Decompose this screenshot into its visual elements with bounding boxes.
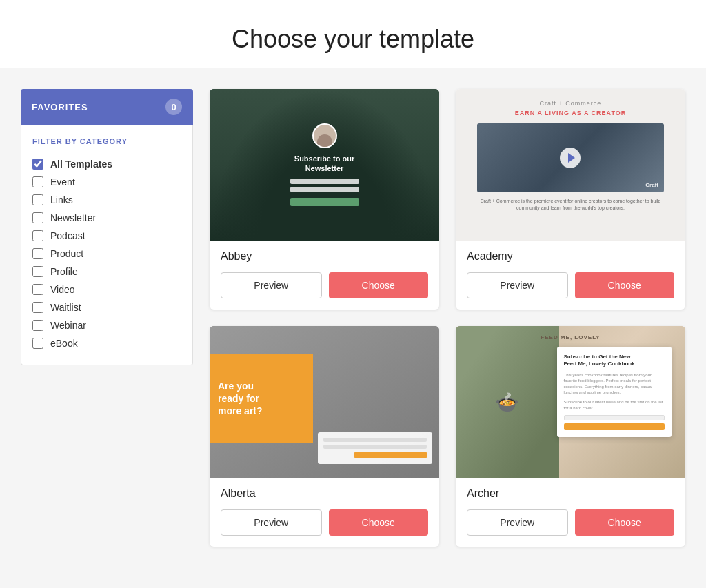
play-icon: [568, 153, 575, 163]
alberta-form: [318, 432, 433, 464]
filter-label-profile[interactable]: Profile: [50, 266, 78, 277]
filter-label-links[interactable]: Links: [50, 194, 73, 205]
template-actions-abbey: Preview Choose: [210, 272, 439, 310]
filter-label-event[interactable]: Event: [50, 176, 75, 187]
template-thumbnail-alberta: Are youready formore art?: [210, 326, 439, 478]
academy-headline: EARN A LIVING AS A CREATOR: [515, 110, 627, 116]
filter-checkbox-newsletter[interactable]: [32, 212, 43, 223]
favorites-bar: FAVORITES 0: [21, 89, 193, 125]
filter-section: FILTER BY CATEGORY All Templates Event L…: [21, 125, 193, 365]
filter-item-product[interactable]: Product: [32, 245, 181, 263]
filter-label-webinar[interactable]: Webinar: [50, 320, 86, 331]
template-name-alberta: Alberta: [221, 487, 428, 500]
template-actions-academy: Preview Choose: [456, 272, 685, 310]
archer-modal-title: Subscribe to Get the NewFeed Me, Lovely …: [564, 354, 665, 368]
filter-label-podcast[interactable]: Podcast: [50, 230, 85, 241]
page-header: Choose your template: [0, 0, 706, 68]
template-name-academy: Academy: [467, 250, 674, 263]
filter-label-waitlist[interactable]: Waitlist: [50, 302, 81, 313]
filter-checkbox-video[interactable]: [32, 284, 43, 295]
choose-button-alberta[interactable]: Choose: [329, 509, 429, 536]
filter-checkbox-links[interactable]: [32, 194, 43, 205]
abbey-content: Subscribe to ourNewsletter: [290, 123, 359, 207]
alberta-orange-panel: Are youready formore art?: [210, 354, 313, 443]
alberta-form-btn: [354, 452, 427, 458]
preview-button-archer[interactable]: Preview: [467, 509, 568, 536]
alberta-panel-text: Are youready formore art?: [218, 380, 263, 418]
preview-button-alberta[interactable]: Preview: [221, 509, 322, 536]
filter-item-links[interactable]: Links: [32, 191, 181, 209]
filter-checkbox-profile[interactable]: [32, 266, 43, 277]
archer-food-image: 🍲: [456, 326, 559, 478]
filter-item-video[interactable]: Video: [32, 281, 181, 298]
page-wrapper: Choose your template FAVORITES 0 FILTER …: [0, 0, 706, 588]
abbey-avatar: [312, 123, 337, 148]
abbey-field-name: [290, 179, 359, 184]
choose-button-abbey[interactable]: Choose: [329, 272, 429, 298]
template-actions-alberta: Preview Choose: [210, 509, 439, 547]
filter-label-all[interactable]: All Templates: [50, 159, 112, 170]
template-thumbnail-academy: Craft + Commerce EARN A LIVING AS A CREA…: [456, 89, 685, 241]
archer-modal: Subscribe to Get the NewFeed Me, Lovely …: [557, 347, 672, 437]
filter-checkbox-event[interactable]: [32, 176, 43, 187]
academy-desc: Craft + Commerce is the premiere event f…: [477, 198, 664, 212]
choose-button-academy[interactable]: Choose: [575, 272, 675, 298]
preview-button-academy[interactable]: Preview: [467, 272, 568, 298]
filter-item-newsletter[interactable]: Newsletter: [32, 209, 181, 227]
template-card-abbey: Subscribe to ourNewsletter Abbey Preview…: [210, 89, 439, 310]
filter-checkbox-webinar[interactable]: [32, 320, 43, 331]
filter-label-video[interactable]: Video: [50, 284, 75, 295]
template-thumbnail-abbey: Subscribe to ourNewsletter: [210, 89, 439, 241]
preview-button-abbey[interactable]: Preview: [221, 272, 322, 298]
archer-modal-subtext: Subscribe to our latest issue and be the…: [564, 399, 665, 411]
choose-button-archer[interactable]: Choose: [575, 509, 675, 536]
favorites-label: FAVORITES: [32, 102, 88, 112]
main-content: FAVORITES 0 FILTER BY CATEGORY All Templ…: [0, 68, 706, 567]
filter-item-event[interactable]: Event: [32, 173, 181, 191]
archer-email-field: [564, 415, 665, 420]
alberta-form-line-1: [323, 438, 427, 442]
filter-label-newsletter[interactable]: Newsletter: [50, 212, 96, 223]
filter-checkbox-product[interactable]: [32, 248, 43, 259]
filter-item-waitlist[interactable]: Waitlist: [32, 298, 181, 316]
filter-item-ebook[interactable]: eBook: [32, 334, 181, 352]
template-actions-archer: Preview Choose: [456, 509, 685, 547]
alberta-form-line-2: [323, 445, 427, 449]
archer-modal-text: This year's cookbook features recipes fr…: [564, 372, 665, 396]
sidebar: FAVORITES 0 FILTER BY CATEGORY All Templ…: [21, 89, 193, 547]
template-name-archer: Archer: [467, 487, 674, 500]
filter-item-podcast[interactable]: Podcast: [32, 227, 181, 245]
abbey-field-email: [290, 187, 359, 192]
filter-checkbox-ebook[interactable]: [32, 338, 43, 349]
filter-item-all[interactable]: All Templates: [32, 155, 181, 173]
templates-grid: Subscribe to ourNewsletter Abbey Preview…: [210, 89, 685, 547]
academy-logo-overlay: Craft: [645, 182, 658, 188]
filter-checkbox-waitlist[interactable]: [32, 302, 43, 313]
abbey-fields: [290, 179, 359, 206]
filter-label-product[interactable]: Product: [50, 248, 83, 259]
filter-item-webinar[interactable]: Webinar: [32, 316, 181, 334]
page-title: Choose your template: [0, 25, 706, 54]
abbey-submit-btn: [290, 198, 359, 206]
template-info-archer: Archer: [456, 478, 685, 509]
template-card-academy: Craft + Commerce EARN A LIVING AS A CREA…: [456, 89, 685, 310]
favorites-count: 0: [165, 99, 182, 115]
template-card-archer: 🍲 FEED ME, LOVELY Subscribe to Get the N…: [456, 326, 685, 547]
academy-logo: Craft + Commerce: [540, 100, 602, 107]
archer-header-text: FEED ME, LOVELY: [541, 334, 600, 341]
filter-checkbox-all[interactable]: [32, 159, 43, 170]
abbey-heading: Subscribe to ourNewsletter: [290, 154, 359, 174]
template-info-academy: Academy: [456, 241, 685, 272]
template-info-alberta: Alberta: [210, 478, 439, 509]
filter-label-ebook[interactable]: eBook: [50, 338, 78, 349]
archer-subscribe-btn: [564, 423, 665, 430]
filter-title: FILTER BY CATEGORY: [32, 137, 181, 145]
academy-image: Craft: [477, 123, 664, 192]
filter-checkbox-podcast[interactable]: [32, 230, 43, 241]
template-info-abbey: Abbey: [210, 241, 439, 272]
template-card-alberta: Are youready formore art? Alberta Previe…: [210, 326, 439, 547]
filter-item-profile[interactable]: Profile: [32, 263, 181, 281]
template-name-abbey: Abbey: [221, 250, 428, 263]
template-thumbnail-archer: 🍲 FEED ME, LOVELY Subscribe to Get the N…: [456, 326, 685, 478]
